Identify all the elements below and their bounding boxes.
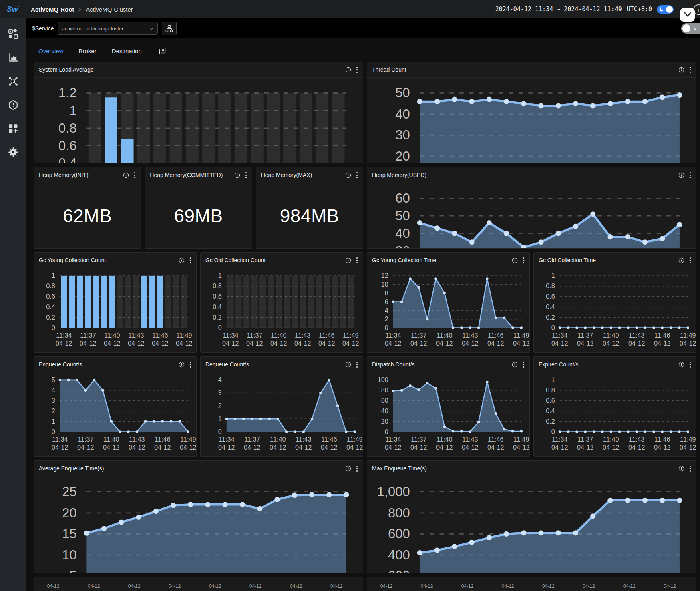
svg-text:11:37: 11:37 — [247, 332, 262, 339]
svg-text:60: 60 — [381, 397, 388, 404]
info-icon[interactable] — [512, 362, 518, 368]
svg-text:0.8: 0.8 — [58, 121, 77, 135]
kebab-menu-icon[interactable] — [189, 257, 191, 264]
panel-header: Gc Young Collection Count — [34, 253, 196, 268]
svg-text:11:37: 11:37 — [244, 436, 260, 443]
info-icon[interactable] — [678, 172, 684, 178]
tab-overview[interactable]: Overview — [38, 48, 64, 54]
info-icon[interactable] — [345, 67, 351, 73]
dashboards-icon[interactable] — [8, 29, 18, 39]
partial-axis-label: 04-12 — [542, 583, 555, 589]
info-icon[interactable] — [345, 362, 351, 368]
kebab-menu-icon[interactable] — [189, 361, 191, 368]
kebab-menu-icon[interactable] — [689, 257, 691, 264]
info-icon[interactable] — [179, 362, 185, 368]
breadcrumb-root[interactable]: ActiveMQ-Root — [31, 6, 74, 13]
svg-text:1: 1 — [551, 376, 555, 383]
kebab-menu-icon[interactable] — [356, 465, 358, 472]
dark-mode-toggle[interactable] — [657, 5, 674, 14]
metrics-icon[interactable] — [8, 52, 18, 63]
kebab-menu-icon[interactable] — [689, 66, 691, 73]
copy-dashboard-icon[interactable] — [159, 47, 166, 55]
panel-title: Expired Count/s — [539, 361, 674, 368]
svg-text:04-12: 04-12 — [244, 444, 260, 451]
alerting-icon[interactable] — [8, 100, 18, 110]
info-icon[interactable] — [345, 466, 351, 472]
settings-icon[interactable] — [8, 147, 18, 157]
info-icon[interactable] — [678, 362, 684, 368]
svg-text:04-12: 04-12 — [436, 340, 453, 347]
kebab-menu-icon[interactable] — [689, 465, 691, 472]
svg-text:0.2: 0.2 — [546, 418, 555, 425]
collapse-header-button[interactable] — [680, 8, 695, 22]
info-icon[interactable] — [179, 257, 185, 263]
svg-text:80: 80 — [381, 386, 388, 394]
svg-text:04-12: 04-12 — [56, 340, 72, 347]
svg-text:11:49: 11:49 — [347, 436, 362, 443]
panel-average-enqueue-time: Average Enqueue Time(s) 051015202511:340… — [34, 460, 363, 573]
info-icon[interactable] — [512, 257, 518, 263]
panel-title: Gc Young Collection Time — [372, 257, 507, 263]
panel-body: 00.20.40.60.811.211:3404-1211:3604-1211:… — [34, 78, 363, 163]
info-icon[interactable] — [678, 257, 684, 263]
time-range-picker[interactable]: 2024-04-12 11:34 ~ 2024-04-12 11:49 — [495, 6, 622, 13]
svg-text:0.6: 0.6 — [213, 293, 222, 300]
svg-text:0.6: 0.6 — [546, 293, 555, 300]
version-toggle[interactable]: V — [681, 23, 700, 34]
svg-text:400: 400 — [388, 547, 410, 562]
kebab-menu-icon[interactable] — [356, 361, 358, 368]
svg-text:0.6: 0.6 — [546, 397, 555, 404]
partial-axis-label: 04-12 — [47, 583, 60, 589]
topology-icon[interactable] — [8, 76, 18, 86]
tab-broker[interactable]: Broker — [79, 48, 97, 54]
svg-text:11:34: 11:34 — [385, 436, 401, 443]
kebab-menu-icon[interactable] — [356, 257, 358, 264]
svg-text:1: 1 — [551, 272, 555, 279]
panel-title: Enqueue Count/s — [39, 361, 174, 368]
service-select[interactable]: activemq::activemq-cluster — [58, 22, 158, 35]
new-dashboard-icon[interactable] — [8, 123, 18, 134]
kebab-menu-icon[interactable] — [689, 361, 691, 368]
dispatch-count-chart: 02040608010011:3404-1211:3704-1211:4004-… — [367, 372, 529, 454]
svg-text:40: 40 — [395, 107, 410, 121]
kebab-menu-icon[interactable] — [523, 361, 525, 368]
moon-icon — [658, 6, 665, 12]
partial-panel: 04-1204-1204-1204-1204-1204-1204-1204-12 — [367, 577, 696, 591]
svg-text:11:46: 11:46 — [155, 436, 170, 443]
info-icon[interactable] — [678, 67, 684, 73]
breadcrumb-current[interactable]: ActiveMQ-Cluster — [86, 6, 133, 13]
svg-text:11:34: 11:34 — [223, 332, 238, 339]
kebab-menu-icon[interactable] — [245, 172, 247, 179]
svg-text:04-12: 04-12 — [295, 444, 312, 451]
info-icon[interactable] — [678, 466, 684, 472]
info-icon[interactable] — [123, 172, 129, 178]
panel-body: 69MB — [145, 183, 251, 248]
tab-destination[interactable]: Destination — [112, 48, 142, 54]
kebab-menu-icon[interactable] — [356, 172, 358, 179]
svg-text:12: 12 — [381, 272, 388, 279]
kebab-menu-icon[interactable] — [134, 172, 136, 179]
chevron-right-icon — [78, 7, 82, 12]
kebab-menu-icon[interactable] — [523, 257, 525, 264]
svg-text:11:43: 11:43 — [629, 332, 644, 339]
service-topology-button[interactable] — [162, 22, 177, 35]
svg-text:11:43: 11:43 — [129, 436, 145, 443]
svg-text:11:43: 11:43 — [128, 332, 144, 339]
svg-text:04-12: 04-12 — [385, 340, 401, 347]
kebab-menu-icon[interactable] — [356, 66, 358, 73]
info-icon[interactable] — [234, 172, 240, 178]
svg-text:0.8: 0.8 — [46, 282, 55, 289]
svg-text:11:46: 11:46 — [488, 436, 503, 443]
info-icon[interactable] — [345, 172, 351, 178]
kebab-menu-icon[interactable] — [689, 172, 691, 179]
gc-young-collection-count-chart: 00.20.40.60.8111:3404-1211:3704-1211:400… — [34, 268, 196, 350]
svg-text:30: 30 — [395, 127, 410, 142]
svg-text:10: 10 — [381, 281, 388, 288]
expired-count-chart: 00.20.40.60.8111:3404-1211:3704-1211:400… — [534, 372, 696, 454]
svg-text:20: 20 — [395, 149, 410, 163]
panel-header: Enqueue Count/s — [34, 357, 196, 372]
panel-header: Expired Count/s — [534, 357, 696, 372]
svg-text:04-12: 04-12 — [103, 444, 119, 451]
info-icon[interactable] — [345, 257, 351, 263]
svg-text:04-12: 04-12 — [270, 444, 286, 451]
